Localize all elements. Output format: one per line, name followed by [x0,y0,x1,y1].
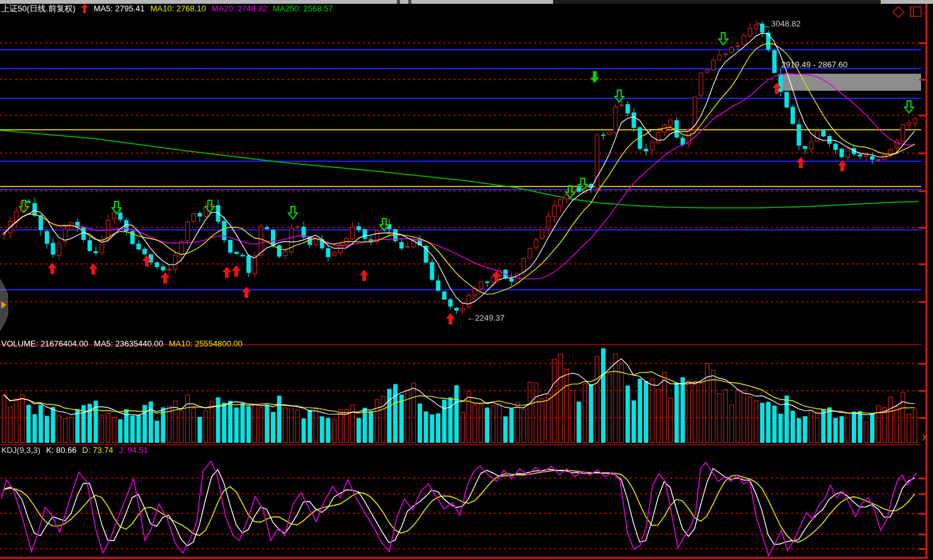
volume-ma5-legend: MA5: 23635440.00 [94,339,163,348]
kdj-d-legend: D: 73.74 [83,445,113,455]
expand-arrow-icon [1,301,6,309]
peak-price-annotation: 3048.82 [771,19,801,28]
volume-legend: VOLUME: 21676404.00 [1,339,88,348]
close-icon[interactable]: X [922,433,928,442]
ma5-legend: MA5: 2795.41 [94,4,145,13]
main-chart-header: 上证50(日线.前复权) MA5: 2795.41 MA10: 2768.10 … [1,4,333,13]
diamond-icon[interactable] [892,6,905,18]
top-scrollbar-track [553,0,881,4]
kdj-header: KDJ(9,3,3) K: 80.66 D: 73.74 J: 94.51 [1,445,148,455]
chart-canvas [0,0,933,560]
low-price-annotation: ←2249.37 [467,313,505,323]
up-arrow-icon [81,4,88,13]
ma10-legend: MA10: 2768.10 [151,4,206,13]
range-price-annotation: 2919.49 - 2867.60 [781,60,848,69]
split-window-icon[interactable] [910,6,922,17]
kdj-k-legend: K: 80.66 [46,445,76,455]
chart-title: 上证50(日线.前复权) [1,4,76,13]
top-scrollbar-notch [397,0,400,4]
volume-ma10-legend: MA10: 25554800.00 [169,339,243,348]
kdj-j-legend: J: 94.51 [119,445,148,455]
top-scrollbar-notch [408,0,411,4]
ma20-legend: MA20: 2748.82 [212,4,267,13]
trading-app-window: 上证50(日线.前复权) MA5: 2795.41 MA10: 2768.10 … [0,0,933,560]
volume-header: VOLUME: 21676404.00 MA5: 23635440.00 MA1… [1,339,243,348]
corner-toolbar [894,6,922,17]
kdj-label: KDJ(9,3,3) [1,445,40,455]
ma250-legend: MA250: 2568.57 [273,4,333,13]
